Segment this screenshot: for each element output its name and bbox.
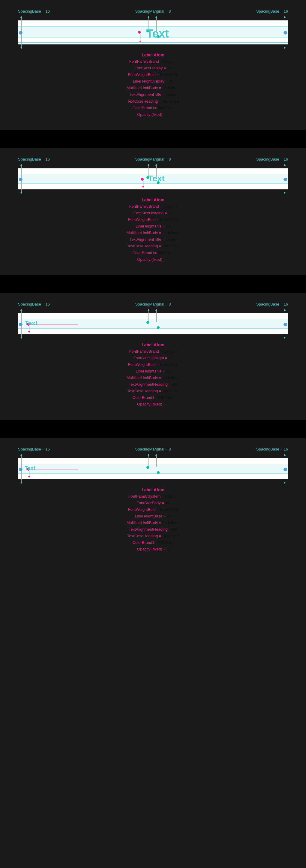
pk1: FontSizeDisplay <box>134 66 163 70</box>
section-4: SpacingBase = 16 SpacingMarginal = 8 Spa… <box>0 438 306 565</box>
diagram-1: Text <box>18 16 288 49</box>
spacing-left-4: SpacingBase = 16 <box>18 447 50 452</box>
prop-rows-1: FontFamilyBrand = Oxygen FontSizeDisplay… <box>12 58 294 118</box>
atom-title-1: Label Atom <box>12 53 294 57</box>
pv7: #457D87 <box>158 106 174 110</box>
spacing-labels-4: SpacingBase = 16 SpacingMarginal = 8 Spa… <box>0 447 306 452</box>
spacing-labels-3: SpacingBase = 16 SpacingMarginal = 8 Spa… <box>0 302 306 306</box>
spacing-left-2: SpacingBase = 16 <box>18 157 50 161</box>
pk7: ColorBrand1= <box>133 106 157 110</box>
section-3: SpacingBase = 16 SpacingMarginal = 8 Spa… <box>0 293 306 420</box>
pk5: TextAlignmentTitle <box>130 92 161 97</box>
spacing-labels-2: SpacingBase = 16 SpacingMarginal = 8 Spa… <box>0 157 306 161</box>
pv0: Oxygen <box>164 59 177 64</box>
pv1: 24 <box>167 66 171 70</box>
pv2: Bold (700) <box>160 72 178 77</box>
pk3: LineHeightDisplay <box>133 79 164 84</box>
divider-2 <box>0 275 306 293</box>
diagram-4: Text <box>18 454 288 484</box>
pk4: MultilineLimitBody <box>127 86 158 90</box>
pv8: 1 <box>167 112 169 117</box>
text-display-3: Text <box>25 319 38 327</box>
diagram-3: Text <box>18 309 288 339</box>
spacing-center-4: SpacingMarginal = 8 <box>135 447 171 452</box>
pv3: 32 <box>169 79 173 84</box>
divider-3 <box>0 420 306 438</box>
properties-1: Label Atom FontFamilyBrand = Oxygen Font… <box>0 53 306 118</box>
divider-1 <box>0 130 306 148</box>
spacing-center-3: SpacingMarginal = 8 <box>135 302 171 306</box>
properties-2: Label Atom FontFamilyBrand = Oxygen Font… <box>0 197 306 263</box>
diagram-2: Text <box>18 164 288 194</box>
spacing-left-1: SpacingBase = 16 <box>18 9 50 13</box>
properties-4: Label Atom FontFamilySystem = Roboto Fon… <box>0 488 306 553</box>
pk6: TextCaseHeading <box>127 99 158 103</box>
section-1: SpacingBase = 16 SpacingMarginal = 8 Spa… <box>0 0 306 130</box>
spacing-center-1: SpacingMarginal = 8 <box>135 9 171 13</box>
spacing-right-3: SpacingBase = 16 <box>256 302 288 306</box>
properties-3: Label Atom FontFamilyBrand = Oxygen Font… <box>0 342 306 408</box>
spacing-right-2: SpacingBase = 16 <box>256 157 288 161</box>
spacing-right-4: SpacingBase = 16 <box>256 447 288 452</box>
spacing-right-1: SpacingBase = 16 <box>256 9 288 13</box>
text-display-1: Text <box>146 27 169 40</box>
pk0: FontFamilyBrand <box>129 59 159 64</box>
atom-title-2: Label Atom <box>12 197 294 202</box>
pv5: center <box>166 92 176 97</box>
pv4: undefined <box>162 86 179 90</box>
pv6: Sentence <box>162 99 179 103</box>
section-2: SpacingBase = 16 SpacingMarginal = 8 Spa… <box>0 148 306 275</box>
pk8: Opacity (fixed) <box>137 112 162 117</box>
atom-title-3: Label Atom <box>12 342 294 347</box>
atom-title-4: Label Atom <box>12 488 294 492</box>
spacing-center-2: SpacingMarginal = 8 <box>135 157 171 161</box>
text-display-2: Text <box>148 174 164 183</box>
spacing-left-3: SpacingBase = 16 <box>18 302 50 306</box>
prop-rows-4: FontFamilySystem = Roboto FontSizeBody =… <box>12 493 294 553</box>
spacing-labels-1: SpacingBase = 16 SpacingMarginal = 8 Spa… <box>0 9 306 13</box>
prop-rows-2: FontFamilyBrand = Oxygen FontSizeHeading… <box>12 203 294 263</box>
pk2: FontWeightBold <box>128 72 156 77</box>
prop-rows-3: FontFamilyBrand = Oxygen FontSizeHighlig… <box>12 348 294 408</box>
